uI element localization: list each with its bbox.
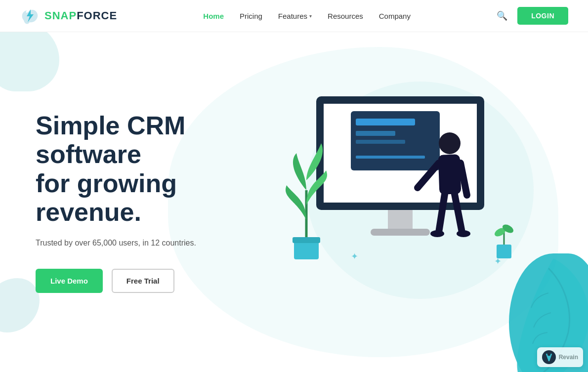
revain-logo-icon	[542, 350, 556, 364]
nav-link-resources[interactable]: Resources	[328, 12, 363, 20]
nav-link-pricing[interactable]: Pricing	[240, 12, 262, 20]
revain-label: Revain	[559, 354, 578, 361]
nav-link-home[interactable]: Home	[203, 12, 224, 20]
login-button[interactable]: LOGIN	[517, 7, 568, 25]
svg-point-16	[430, 230, 444, 237]
hero-title: Simple CRM software for growing revenue.	[36, 111, 267, 226]
nav-link-features[interactable]: Features ▾	[278, 12, 312, 20]
svg-rect-7	[356, 156, 425, 159]
nav-link-company[interactable]: Company	[379, 12, 411, 20]
hero-illustration: ✦ ✦	[252, 47, 548, 353]
svg-rect-19	[293, 237, 320, 243]
logo-force: FORCE	[77, 9, 117, 22]
hero-subtitle: Trusted by over 65,000 users, in 12 coun…	[36, 237, 267, 249]
svg-rect-11	[438, 154, 462, 194]
features-chevron-icon: ▾	[309, 13, 312, 19]
hero-buttons: Live Demo Free Trial	[36, 269, 267, 293]
svg-rect-5	[356, 131, 395, 136]
svg-rect-4	[356, 119, 415, 125]
svg-point-17	[457, 230, 470, 237]
logo[interactable]: SNAPFORCE	[20, 6, 117, 25]
svg-rect-6	[356, 140, 405, 144]
svg-rect-9	[371, 229, 430, 236]
logo-icon	[20, 6, 41, 25]
live-demo-button[interactable]: Live Demo	[36, 269, 103, 293]
logo-snap: SNAP	[44, 9, 77, 22]
hero-svg: ✦ ✦	[252, 47, 539, 333]
blob-top-left	[0, 32, 59, 91]
free-trial-button[interactable]: Free Trial	[112, 269, 174, 293]
search-icon[interactable]: 🔍	[497, 10, 507, 21]
hero-section: Simple CRM software for growing revenue.…	[0, 32, 588, 372]
svg-point-28	[547, 356, 550, 359]
svg-text:✦: ✦	[351, 251, 358, 261]
nav-right: 🔍 LOGIN	[497, 7, 568, 25]
svg-text:✦: ✦	[494, 256, 502, 266]
revain-badge: Revain	[537, 347, 583, 367]
svg-point-10	[439, 132, 461, 154]
navbar: SNAPFORCE Home Pricing Features ▾ Resour…	[0, 0, 588, 32]
svg-rect-8	[388, 210, 413, 230]
nav-links: Home Pricing Features ▾ Resources Compan…	[203, 12, 411, 20]
hero-content: Simple CRM software for growing revenue.…	[0, 111, 267, 293]
